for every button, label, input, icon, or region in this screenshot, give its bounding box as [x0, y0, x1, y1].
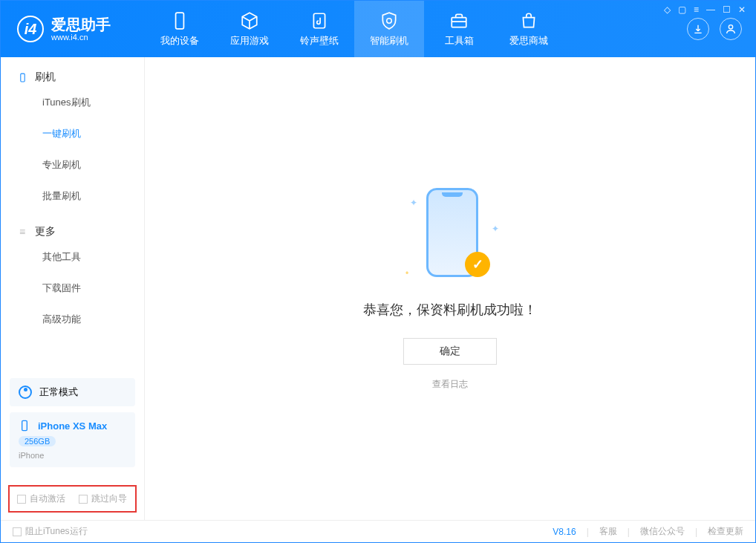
auto-activate-label: 自动激活	[30, 492, 65, 505]
download-button[interactable]	[687, 18, 709, 40]
sidebar-item-batch[interactable]: 批量刷机	[1, 181, 144, 212]
check-icon: ✓	[465, 252, 490, 277]
svg-rect-1	[313, 13, 325, 28]
view-log-link[interactable]: 查看日志	[432, 378, 468, 391]
header-right	[687, 18, 755, 40]
mode-card[interactable]: 正常模式	[10, 378, 135, 406]
user-button[interactable]	[720, 18, 742, 40]
svg-rect-4	[20, 74, 24, 82]
minimize-icon[interactable]: —	[706, 4, 715, 15]
svg-point-3	[729, 25, 732, 29]
menu-icon[interactable]: ≡	[694, 4, 699, 15]
block-itunes-label: 阻止iTunes运行	[25, 525, 88, 538]
highlight-checkbox-row: 自动激活 跳过向导	[8, 485, 137, 513]
sidebar-item-itunes[interactable]: iTunes刷机	[1, 87, 144, 118]
sidebar-item-pro[interactable]: 专业刷机	[1, 149, 144, 181]
svg-rect-0	[176, 13, 184, 29]
success-message: 恭喜您，保资料刷机成功啦！	[363, 301, 537, 319]
toolbox-icon	[449, 11, 469, 30]
sidebar-section-more: ≡ 更多	[1, 212, 144, 241]
device-card[interactable]: iPhone XS Max 256GB iPhone	[10, 412, 135, 467]
nav-store-label: 爱思商城	[509, 34, 548, 48]
shield-refresh-icon	[379, 11, 399, 30]
main-content: ✦ ✦ • ✓ 恭喜您，保资料刷机成功啦！ 确定 查看日志	[145, 57, 755, 520]
feedback-icon[interactable]: ▢	[678, 4, 686, 15]
sidebar-item-onekey[interactable]: 一键刷机	[1, 118, 144, 149]
wechat-link[interactable]: 微信公众号	[640, 525, 685, 538]
list-icon: ≡	[17, 227, 27, 237]
checkbox-skip-guide[interactable]: 跳过向导	[79, 492, 127, 505]
svg-rect-2	[452, 17, 466, 27]
sidebar-section-flash-label: 刷机	[35, 71, 56, 84]
bag-icon	[519, 11, 538, 30]
nav-flash[interactable]: 智能刷机	[354, 1, 424, 57]
svg-rect-5	[22, 420, 27, 430]
window-controls: ◇ ▢ ≡ — ☐ ✕	[664, 4, 746, 15]
ok-button[interactable]: 确定	[403, 338, 497, 365]
skip-guide-label: 跳过向导	[91, 492, 127, 505]
mode-icon	[19, 386, 32, 399]
nav: 我的设备 应用游戏 铃声壁纸 智能刷机 工具箱 爱思商城	[145, 1, 564, 57]
nav-toolbox[interactable]: 工具箱	[424, 1, 494, 57]
mode-label: 正常模式	[39, 386, 78, 399]
sidebar-item-firmware[interactable]: 下载固件	[1, 273, 144, 304]
nav-store[interactable]: 爱思商城	[494, 1, 564, 57]
logo-url: www.i4.cn	[51, 33, 111, 42]
logo[interactable]: i4 爱思助手 www.i4.cn	[1, 16, 145, 42]
checkbox-auto-activate[interactable]: 自动激活	[17, 492, 65, 505]
device-icon	[19, 420, 30, 432]
nav-device-label: 我的设备	[160, 34, 199, 48]
sidebar-item-other[interactable]: 其他工具	[1, 241, 144, 273]
sidebar: 刷机 iTunes刷机 一键刷机 专业刷机 批量刷机 ≡ 更多 其他工具 下载固…	[1, 57, 145, 520]
device-name: iPhone XS Max	[38, 420, 107, 432]
version-label: V8.16	[553, 527, 576, 537]
logo-icon: i4	[17, 16, 44, 42]
music-icon	[310, 11, 329, 30]
device-model: iPhone	[19, 451, 44, 460]
nav-apps-label: 应用游戏	[230, 34, 269, 48]
sidebar-section-flash: 刷机	[1, 57, 144, 87]
close-icon[interactable]: ✕	[738, 4, 746, 15]
header: i4 爱思助手 www.i4.cn 我的设备 应用游戏 铃声壁纸 智能刷机 工具…	[1, 1, 755, 57]
logo-title: 爱思助手	[51, 16, 111, 33]
sidebar-section-more-label: 更多	[35, 225, 56, 238]
skin-icon[interactable]: ◇	[664, 4, 671, 15]
nav-ringtone[interactable]: 铃声壁纸	[284, 1, 354, 57]
phone-icon	[170, 11, 189, 30]
footer: 阻止iTunes运行 V8.16 | 客服 | 微信公众号 | 检查更新	[1, 520, 755, 542]
nav-toolbox-label: 工具箱	[445, 34, 474, 48]
checkbox-block-itunes[interactable]: 阻止iTunes运行	[13, 525, 88, 538]
maximize-icon[interactable]: ☐	[723, 4, 731, 15]
nav-ringtone-label: 铃声壁纸	[300, 34, 339, 48]
support-link[interactable]: 客服	[599, 525, 617, 538]
nav-flash-label: 智能刷机	[370, 34, 408, 48]
nav-device[interactable]: 我的设备	[145, 1, 215, 57]
update-link[interactable]: 检查更新	[708, 525, 743, 538]
nav-apps[interactable]: 应用游戏	[215, 1, 284, 57]
device-small-icon	[17, 72, 27, 82]
device-storage: 256GB	[19, 436, 56, 446]
success-illustration: ✦ ✦ • ✓	[405, 186, 495, 283]
cube-icon	[240, 11, 259, 30]
sidebar-item-advanced[interactable]: 高级功能	[1, 304, 144, 335]
